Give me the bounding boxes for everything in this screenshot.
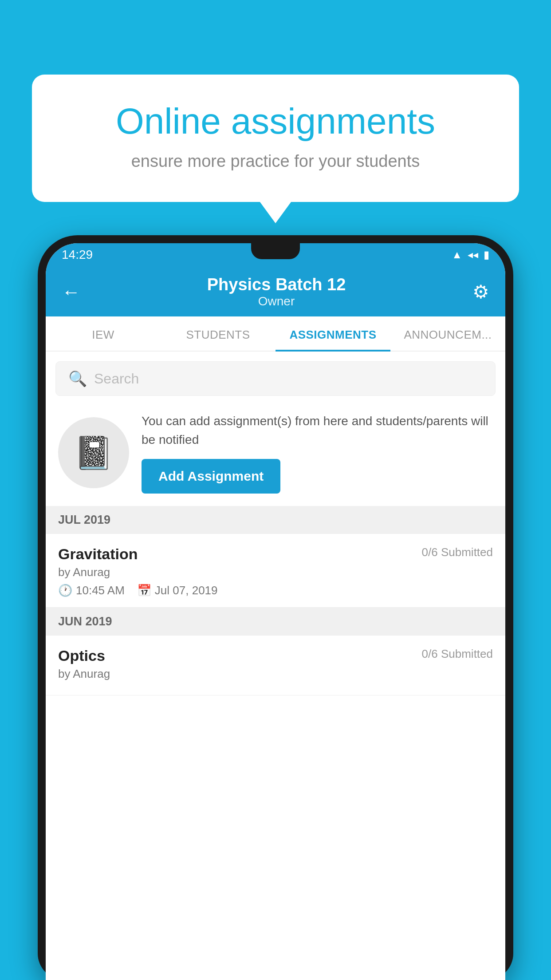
header-title: Physics Batch 12 (207, 275, 346, 294)
tab-assignments[interactable]: ASSIGNMENTS (276, 316, 390, 351)
bubble-title: Online assignments (63, 101, 488, 141)
promo-text: You can add assignment(s) from here and … (142, 412, 493, 449)
header-subtitle: Owner (207, 294, 346, 308)
battery-icon: ▮ (484, 249, 489, 261)
optics-row-top: Optics 0/6 Submitted (58, 647, 493, 664)
promo-icon-circle: 📓 (58, 417, 129, 488)
search-placeholder: Search (94, 371, 139, 387)
assignment-time: 🕐 10:45 AM (58, 584, 125, 597)
section-header-jul: JUL 2019 (46, 506, 505, 534)
optics-submitted: 0/6 Submitted (422, 647, 493, 661)
tab-iew[interactable]: IEW (46, 316, 161, 351)
header-title-group: Physics Batch 12 Owner (207, 275, 346, 308)
tab-students[interactable]: STUDENTS (161, 316, 276, 351)
back-button[interactable]: ← (62, 281, 80, 303)
status-icons: ▲ ◂◂ ▮ (452, 249, 489, 261)
promo-right: You can add assignment(s) from here and … (142, 412, 493, 494)
search-icon: 🔍 (68, 370, 87, 387)
section-header-jun: JUN 2019 (46, 608, 505, 636)
tab-announcements[interactable]: ANNOUNCEM... (390, 316, 505, 351)
status-time: 14:29 (62, 248, 93, 262)
phone-screen: 14:29 ▲ ◂◂ ▮ ← Physics Batch 12 Owner ⚙ … (46, 243, 505, 980)
add-assignment-button[interactable]: Add Assignment (142, 459, 280, 494)
assignment-item-optics[interactable]: Optics 0/6 Submitted by Anurag (46, 636, 505, 695)
phone-notch (251, 243, 300, 259)
assignment-submitted: 0/6 Submitted (422, 545, 493, 559)
signal-icon: ◂◂ (468, 249, 478, 261)
app-header: ← Physics Batch 12 Owner ⚙ (46, 266, 505, 316)
tabs-bar: IEW STUDENTS ASSIGNMENTS ANNOUNCEM... (46, 316, 505, 352)
assignment-date: 📅 Jul 07, 2019 (137, 584, 218, 597)
phone-frame: 14:29 ▲ ◂◂ ▮ ← Physics Batch 12 Owner ⚙ … (38, 235, 513, 980)
search-bar[interactable]: 🔍 Search (55, 361, 496, 396)
optics-by: by Anurag (58, 667, 493, 681)
calendar-icon: 📅 (137, 584, 151, 597)
bubble-subtitle: ensure more practice for your students (63, 152, 488, 171)
assignment-by: by Anurag (58, 565, 493, 579)
optics-name: Optics (58, 647, 105, 664)
content-area: 🔍 Search 📓 You can add assignment(s) fro… (46, 352, 505, 980)
wifi-icon: ▲ (452, 249, 462, 261)
notebook-icon: 📓 (74, 434, 114, 472)
assignment-date-value: Jul 07, 2019 (155, 584, 218, 597)
speech-bubble: Online assignments ensure more practice … (32, 75, 519, 202)
assignment-name: Gravitation (58, 545, 138, 563)
settings-icon[interactable]: ⚙ (472, 281, 489, 303)
clock-icon: 🕐 (58, 584, 72, 597)
assignment-row-top: Gravitation 0/6 Submitted (58, 545, 493, 563)
assignment-item-gravitation[interactable]: Gravitation 0/6 Submitted by Anurag 🕐 10… (46, 534, 505, 608)
assignment-meta: 🕐 10:45 AM 📅 Jul 07, 2019 (58, 584, 493, 597)
promo-section: 📓 You can add assignment(s) from here an… (46, 404, 505, 506)
assignment-time-value: 10:45 AM (76, 584, 125, 597)
